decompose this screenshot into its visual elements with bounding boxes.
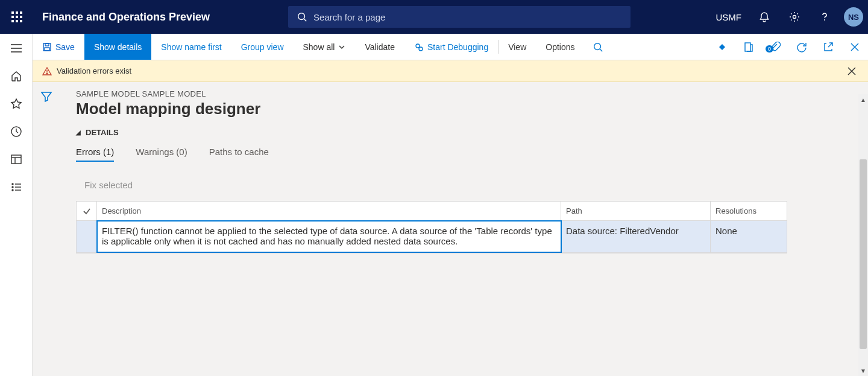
page-options-icon[interactable]: [735, 42, 762, 53]
svg-rect-27: [45, 43, 49, 46]
popout-icon[interactable]: [815, 42, 841, 53]
attachments-icon[interactable]: 0: [762, 42, 788, 53]
details-label: DETAILS: [86, 128, 119, 137]
cell-path[interactable]: Data source: FilteredVendor: [561, 221, 711, 252]
app-title: Finance and Operations Preview: [42, 11, 210, 24]
svg-point-11: [793, 16, 796, 19]
svg-line-10: [304, 19, 307, 22]
svg-line-32: [600, 49, 602, 51]
svg-point-29: [416, 44, 420, 48]
scroll-down-icon[interactable]: ▼: [858, 365, 868, 376]
options-menu[interactable]: Options: [536, 34, 584, 60]
fix-selected-button: Fix selected: [60, 180, 868, 190]
svg-point-31: [594, 43, 600, 49]
tab-paths[interactable]: Paths to cache: [209, 147, 269, 162]
show-details-button[interactable]: Show details: [84, 34, 151, 60]
refresh-icon[interactable]: [788, 42, 815, 53]
workspaces-icon[interactable]: [9, 152, 24, 167]
recent-icon[interactable]: [9, 124, 24, 139]
alert-icon: [42, 66, 52, 76]
start-debugging-label: Start Debugging: [427, 42, 488, 52]
errors-grid: Description Path Resolutions FILTER() fu…: [76, 201, 787, 253]
attachment-badge: 0: [766, 45, 773, 53]
vertical-scrollbar[interactable]: ▲ ▼: [858, 94, 868, 376]
col-description[interactable]: Description: [97, 202, 561, 220]
global-search[interactable]: [288, 6, 631, 28]
svg-rect-4: [16, 16, 18, 18]
svg-rect-8: [20, 20, 22, 22]
banner-close-icon[interactable]: [845, 65, 858, 78]
nav-collapse-icon[interactable]: [9, 41, 24, 56]
search-icon: [297, 11, 307, 22]
svg-point-12: [824, 19, 825, 21]
avatar[interactable]: NS: [844, 7, 863, 27]
home-icon[interactable]: [9, 69, 24, 83]
notifications-icon[interactable]: [751, 0, 778, 34]
show-name-first-button[interactable]: Show name first: [151, 34, 231, 60]
svg-rect-0: [11, 11, 14, 14]
group-view-button[interactable]: Group view: [231, 34, 294, 60]
select-all-checkbox[interactable]: [77, 202, 97, 220]
start-debugging-button[interactable]: Start Debugging: [404, 34, 498, 60]
scroll-thumb[interactable]: [860, 159, 867, 349]
help-icon[interactable]: [811, 0, 838, 34]
search-input[interactable]: [313, 12, 622, 22]
table-row[interactable]: FILTER() function cannot be applied to t…: [77, 221, 787, 253]
breadcrumb: SAMPLE MODEL SAMPLE MODEL: [60, 89, 868, 98]
scroll-up-icon[interactable]: ▲: [858, 94, 868, 105]
settings-icon[interactable]: [781, 0, 808, 34]
svg-rect-3: [11, 16, 14, 18]
svg-rect-2: [20, 11, 22, 14]
page-title: Model mapping designer: [60, 100, 868, 118]
validate-button[interactable]: Validate: [355, 34, 404, 60]
modules-icon[interactable]: [9, 180, 24, 194]
svg-point-9: [298, 13, 305, 20]
cell-resolutions[interactable]: None: [711, 221, 787, 252]
svg-point-22: [12, 186, 13, 188]
banner-text: Validation errors exist: [57, 66, 131, 75]
col-resolutions[interactable]: Resolutions: [711, 202, 787, 220]
details-section-header[interactable]: ◢ DETAILS: [60, 128, 868, 137]
svg-rect-7: [16, 20, 18, 22]
show-all-dropdown[interactable]: Show all: [294, 34, 356, 60]
view-menu[interactable]: View: [498, 34, 536, 60]
company-picker[interactable]: USMF: [710, 12, 748, 22]
svg-rect-28: [45, 48, 49, 51]
favorites-icon[interactable]: [9, 97, 24, 111]
filter-pane-icon[interactable]: [40, 91, 52, 376]
col-path[interactable]: Path: [561, 202, 711, 220]
tab-errors[interactable]: Errors (1): [76, 147, 114, 162]
cell-description[interactable]: FILTER() function cannot be applied to t…: [97, 221, 561, 252]
personalize-icon[interactable]: [709, 42, 735, 53]
collapse-triangle-icon: ◢: [76, 129, 81, 136]
svg-rect-5: [20, 16, 22, 18]
close-page-icon[interactable]: [841, 42, 868, 52]
save-button[interactable]: Save: [33, 34, 84, 60]
save-icon: [42, 42, 52, 52]
svg-point-24: [12, 190, 13, 191]
svg-point-30: [419, 47, 423, 51]
find-icon[interactable]: [585, 34, 611, 60]
debug-icon: [414, 42, 424, 52]
svg-rect-6: [11, 20, 14, 22]
app-launcher-icon[interactable]: [8, 8, 25, 25]
show-all-label: Show all: [303, 42, 335, 52]
row-selector[interactable]: [77, 221, 97, 252]
chevron-down-icon: [338, 43, 345, 51]
svg-rect-1: [16, 11, 18, 14]
save-label: Save: [55, 42, 75, 52]
svg-point-20: [12, 183, 13, 185]
svg-rect-33: [745, 43, 750, 51]
svg-rect-17: [11, 155, 21, 164]
svg-point-37: [46, 73, 48, 74]
tab-warnings[interactable]: Warnings (0): [136, 147, 187, 162]
